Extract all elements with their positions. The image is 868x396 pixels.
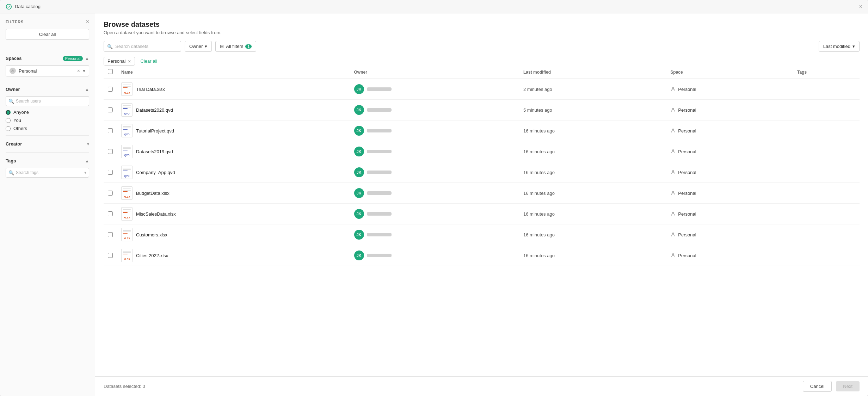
owner-anyone-radio[interactable] — [6, 110, 11, 115]
file-icon: XLSX — [121, 186, 133, 200]
space-cell: Personal — [670, 252, 789, 259]
file-cell: XLSX BudgetData.xlsx — [121, 186, 346, 200]
browse-subtitle: Open a dataset you want to browse and se… — [104, 30, 860, 35]
owner-name-blur — [367, 150, 392, 153]
row-owner-cell: JK — [350, 245, 519, 266]
svg-point-7 — [672, 191, 674, 193]
owner-section-header[interactable]: Owner ▲ — [6, 85, 89, 93]
owner-you-label: You — [13, 118, 21, 123]
file-lines — [123, 105, 131, 109]
search-tags-input[interactable] — [6, 168, 89, 178]
space-cell-icon — [670, 211, 676, 217]
row-tags-cell — [793, 100, 860, 120]
tags-search-icon: 🔍 — [8, 170, 14, 175]
space-clear-button[interactable]: × — [77, 68, 80, 73]
col-tags: Tags — [793, 66, 860, 79]
col-checkbox — [104, 66, 117, 79]
tags-dropdown-button[interactable]: ▾ — [84, 170, 86, 175]
row-checkbox[interactable] — [108, 87, 113, 92]
row-name-cell: QVD TutorialProject.qvd — [117, 120, 350, 141]
row-checkbox-cell — [104, 141, 117, 162]
space-selector[interactable]: Personal × ▾ — [6, 65, 89, 76]
row-space-cell: Personal — [666, 245, 793, 266]
filters-header: FILTERS × — [6, 19, 89, 25]
svg-point-3 — [672, 108, 674, 110]
search-users-wrap: 🔍 — [6, 96, 89, 106]
svg-point-8 — [672, 212, 674, 214]
row-checkbox[interactable] — [108, 107, 113, 112]
space-cell-icon — [670, 169, 676, 176]
row-last-modified-cell: 16 minutes ago — [519, 224, 666, 245]
next-button[interactable]: Next — [836, 381, 860, 391]
file-cell: XLSX Trial Data.xlsx — [121, 82, 346, 96]
table-row: XLSX Trial Data.xlsx JK 2 minutes ago — [104, 79, 860, 100]
file-ext-label: XLSX — [123, 216, 131, 219]
row-last-modified-cell: 2 minutes ago — [519, 79, 666, 100]
row-checkbox[interactable] — [108, 253, 113, 258]
personal-badge: Personal — [63, 56, 83, 61]
all-filters-button[interactable]: ⊟ All filters 1 — [215, 41, 256, 52]
owner-avatar: JK — [354, 167, 364, 177]
divider-spaces — [6, 50, 89, 50]
owner-cell: JK — [354, 105, 515, 115]
file-ext-label: QVD — [123, 112, 130, 115]
file-lines — [123, 230, 131, 234]
owner-name-blur — [367, 129, 392, 132]
row-checkbox[interactable] — [108, 191, 113, 196]
clear-filters-button[interactable]: Clear all — [138, 57, 160, 65]
title-bar: Data catalog × — [0, 0, 868, 13]
spaces-header-right: Personal ▲ — [63, 56, 89, 61]
owner-avatar: JK — [354, 126, 364, 136]
select-all-checkbox[interactable] — [108, 69, 113, 74]
row-checkbox[interactable] — [108, 170, 113, 175]
col-name: Name — [117, 66, 350, 79]
file-name-label: MiscSalesData.xlsx — [136, 211, 176, 217]
filter-count-badge: 1 — [245, 44, 252, 49]
filters-close-button[interactable]: × — [86, 19, 89, 25]
main-layout: FILTERS × Clear all Spaces Personal ▲ — [0, 13, 868, 396]
spaces-section-header[interactable]: Spaces Personal ▲ — [6, 54, 89, 62]
creator-chevron-icon: ▾ — [87, 142, 89, 147]
toolbar: 🔍 Owner ▾ ⊟ All filters 1 Last modified — [104, 41, 860, 52]
file-ext-label: XLSX — [123, 195, 131, 198]
browse-header: Browse datasets Open a dataset you want … — [95, 13, 868, 66]
owner-cell: JK — [354, 250, 515, 260]
owner-you-option[interactable]: You — [6, 118, 89, 123]
owner-radio-group: Anyone You Others — [6, 110, 89, 131]
owner-anyone-option[interactable]: Anyone — [6, 110, 89, 115]
title-bar-close-button[interactable]: × — [859, 4, 862, 10]
owner-name-blur — [367, 108, 392, 112]
row-checkbox[interactable] — [108, 211, 113, 216]
remove-personal-filter-button[interactable]: × — [128, 59, 131, 64]
row-last-modified-cell: 16 minutes ago — [519, 204, 666, 224]
owner-others-radio[interactable] — [6, 126, 11, 131]
tags-section-header[interactable]: Tags ▲ — [6, 157, 89, 165]
row-space-cell: Personal — [666, 100, 793, 120]
svg-point-10 — [672, 253, 674, 255]
owner-name-blur — [367, 233, 392, 236]
search-datasets-input[interactable] — [104, 41, 181, 52]
tags-search-wrap: 🔍 ▾ — [6, 168, 89, 178]
row-checkbox[interactable] — [108, 232, 113, 237]
owner-filter-chevron-icon: ▾ — [205, 44, 207, 49]
footer: Datasets selected: 0 Cancel Next — [95, 376, 868, 396]
file-icon: XLSX — [121, 249, 133, 262]
owner-filter-button[interactable]: Owner ▾ — [185, 41, 212, 52]
creator-section-header[interactable]: Creator ▾ — [6, 140, 89, 148]
row-checkbox[interactable] — [108, 128, 113, 133]
owner-you-radio[interactable] — [6, 118, 11, 123]
file-ext-label: XLSX — [123, 237, 131, 240]
space-name-label: Personal — [678, 211, 696, 217]
spaces-chevron-icon: ▲ — [85, 56, 89, 61]
filters-label: FILTERS — [6, 20, 24, 24]
datasets-table: Name Owner Last modified Space Tags — [104, 66, 860, 266]
cancel-button[interactable]: Cancel — [803, 381, 832, 392]
owner-others-option[interactable]: Others — [6, 126, 89, 131]
space-name-label: Personal — [678, 253, 696, 258]
row-checkbox[interactable] — [108, 149, 113, 154]
table-body: XLSX Trial Data.xlsx JK 2 minutes ago — [104, 79, 860, 266]
search-users-input[interactable] — [6, 96, 89, 106]
clear-all-button[interactable]: Clear all — [6, 29, 89, 40]
file-ext-label: QVD — [123, 174, 130, 178]
last-modified-button[interactable]: Last modified ▾ — [819, 41, 860, 52]
